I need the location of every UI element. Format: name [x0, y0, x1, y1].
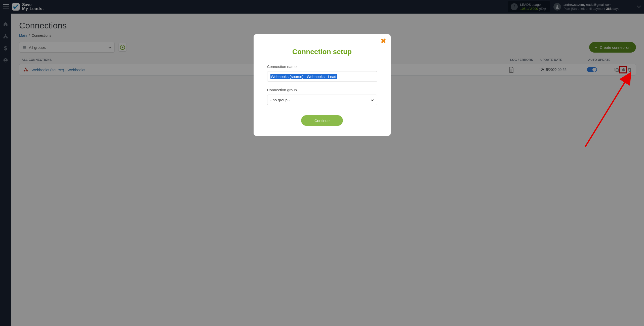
- close-icon[interactable]: ✖: [381, 38, 386, 44]
- connection-name-input[interactable]: Webhooks (source) - Webhooks - Lead: [267, 71, 377, 82]
- caret-down-icon: [371, 98, 374, 102]
- connection-setup-modal: ✖ Connection setup Connection name Webho…: [254, 34, 391, 136]
- connection-group-label: Connection group: [267, 88, 377, 92]
- connection-group-select[interactable]: - no group -: [267, 95, 377, 105]
- connection-name-label: Connection name: [267, 64, 377, 69]
- modal-backdrop[interactable]: ✖ Connection setup Connection name Webho…: [0, 0, 644, 326]
- modal-title: Connection setup: [267, 48, 377, 56]
- continue-button[interactable]: Continue: [301, 115, 343, 126]
